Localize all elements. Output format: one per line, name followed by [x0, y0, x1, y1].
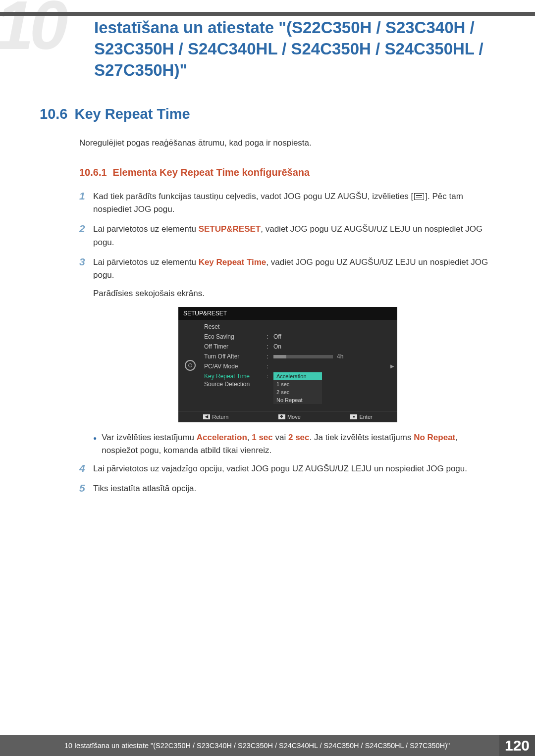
bullet-icon: ●	[93, 431, 97, 457]
osd-screenshot: SETUP&RESET Reset Eco Saving : Off Off T	[178, 307, 397, 422]
step-number: 1	[79, 190, 93, 216]
section-title: Key Repeat Time	[74, 106, 190, 122]
step-text: Lai pārvietotos uz elementu SETUP&RESET,…	[93, 223, 495, 249]
section-number: 10.6	[40, 106, 67, 122]
bullet-text: Var izvēlēties iestatījumu Acceleration,…	[102, 431, 495, 457]
emphasis: Key Repeat Time	[199, 257, 267, 267]
key-icon: ✥	[278, 414, 285, 419]
text-run: Var izvēlēties iestatījumu	[102, 433, 196, 442]
osd-footer-label: Return	[212, 414, 228, 420]
osd-row-pcav: PC/AV Mode : ▶	[202, 361, 397, 371]
dropdown-item: No Repeat	[273, 396, 322, 404]
osd-dropdown: Acceleration 1 sec 2 sec No Repeat	[273, 372, 322, 404]
osd-value: Off	[273, 333, 397, 340]
slider-fill	[273, 355, 286, 358]
osd-label: Off Timer	[202, 343, 267, 350]
subsection-heading: 10.6.1Elementa Key Repeat Time konfigurē…	[79, 167, 495, 178]
menu-icon	[414, 193, 424, 200]
bullet-note: ● Var izvēlēties iestatījumu Acceleratio…	[93, 431, 495, 457]
slider-track	[273, 355, 333, 358]
osd-footer-return: ◀Return	[203, 414, 228, 420]
osd-colon: :	[267, 373, 273, 378]
step-number: 2	[79, 223, 93, 249]
emphasis: No Repeat	[414, 433, 455, 442]
emphasis: 2 sec	[288, 433, 310, 442]
section-intro: Noregulējiet pogas reaģēšanas ātrumu, ka…	[79, 138, 495, 148]
osd-colon: :	[267, 343, 273, 350]
osd-colon: :	[267, 333, 273, 340]
osd-label: PC/AV Mode	[202, 363, 267, 370]
osd-label: Source Detection	[202, 381, 267, 388]
osd-row-key-repeat: Key Repeat Time : Acceleration 1 sec 2 s…	[202, 371, 397, 379]
footer-text: 10 Iestatīšana un atiestate "(S22C350H /…	[15, 742, 499, 750]
dropdown-item: 2 sec	[273, 388, 322, 396]
section-heading: 10.6Key Repeat Time	[40, 106, 495, 122]
dropdown-item: 1 sec	[273, 380, 322, 388]
subsection-number: 10.6.1	[79, 167, 107, 178]
osd-footer: ◀Return ✥Move ●Enter	[178, 411, 397, 422]
emphasis: SETUP&RESET	[199, 224, 261, 234]
step-text: Tiks iestatīta atlasītā opcija.	[93, 482, 495, 495]
osd-footer-label: Move	[287, 414, 301, 420]
osd-title: SETUP&RESET	[178, 307, 397, 320]
step-4: 4 Lai pārvietotos uz vajadzīgo opciju, v…	[79, 462, 495, 475]
osd-label: Reset	[202, 323, 267, 330]
page-footer: 10 Iestatīšana un atiestate "(S22C350H /…	[0, 735, 535, 756]
osd-colon: :	[267, 363, 273, 370]
osd-row-eco: Eco Saving : Off	[202, 332, 397, 342]
osd-sidebar	[178, 320, 202, 411]
emphasis: Acceleration	[197, 433, 247, 442]
page-number: 120	[499, 735, 535, 756]
emphasis: 1 sec	[252, 433, 273, 442]
text-run: ,	[247, 433, 252, 442]
osd-footer-label: Enter	[359, 414, 372, 420]
text-run: Lai pārvietotos uz elementu	[93, 257, 199, 267]
osd-row-reset: Reset	[202, 322, 397, 332]
step-5: 5 Tiks iestatīta atlasītā opcija.	[79, 482, 495, 495]
osd-value: Acceleration 1 sec 2 sec No Repeat	[273, 373, 397, 378]
step-2: 2 Lai pārvietotos uz elementu SETUP&RESE…	[79, 223, 495, 249]
step-text: Lai pārvietotos uz elementu Key Repeat T…	[93, 256, 495, 300]
osd-value: ▶	[273, 363, 397, 370]
text-run: vai	[273, 433, 288, 442]
text-run: . Ja tiek izvēlēts iestatījums	[310, 433, 414, 442]
step-1: 1 Kad tiek parādīts funkcijas taustiņu c…	[79, 190, 495, 216]
step-text: Lai pārvietotos uz vajadzīgo opciju, vad…	[93, 462, 495, 475]
osd-label: Key Repeat Time	[202, 373, 267, 378]
chevron-right-icon: ▶	[390, 363, 394, 369]
osd-row-turn-off: Turn Off After : 4h	[202, 352, 397, 361]
gear-icon	[185, 360, 196, 371]
chapter-title: Iestatīšana un atiestate "(S22C350H / S2…	[0, 0, 535, 81]
text-run: Kad tiek parādīts funkcijas taustiņu ceļ…	[93, 192, 413, 201]
key-icon: ●	[350, 414, 357, 419]
subsection-title: Elementa Key Repeat Time konfigurēšana	[113, 167, 310, 178]
osd-footer-enter: ●Enter	[350, 414, 372, 420]
step-number: 3	[79, 256, 93, 300]
key-icon: ◀	[203, 414, 210, 419]
text-run: Parādīsies sekojošais ekrāns.	[93, 289, 205, 298]
dropdown-item: Acceleration	[273, 372, 322, 380]
osd-value: On	[273, 343, 397, 350]
osd-label: Eco Saving	[202, 333, 267, 340]
osd-colon: :	[267, 353, 273, 360]
osd-row-off-timer: Off Timer : On	[202, 342, 397, 352]
osd-footer-move: ✥Move	[278, 414, 301, 420]
step-number: 4	[79, 462, 93, 475]
osd-label: Turn Off After	[202, 353, 267, 360]
text-run: Lai pārvietotos uz elementu	[93, 224, 199, 234]
step-number: 5	[79, 482, 93, 495]
step-text: Kad tiek parādīts funkcijas taustiņu ceļ…	[93, 190, 495, 216]
step-3: 3 Lai pārvietotos uz elementu Key Repeat…	[79, 256, 495, 300]
slider-value: 4h	[337, 353, 343, 360]
osd-value: 4h	[273, 353, 397, 360]
